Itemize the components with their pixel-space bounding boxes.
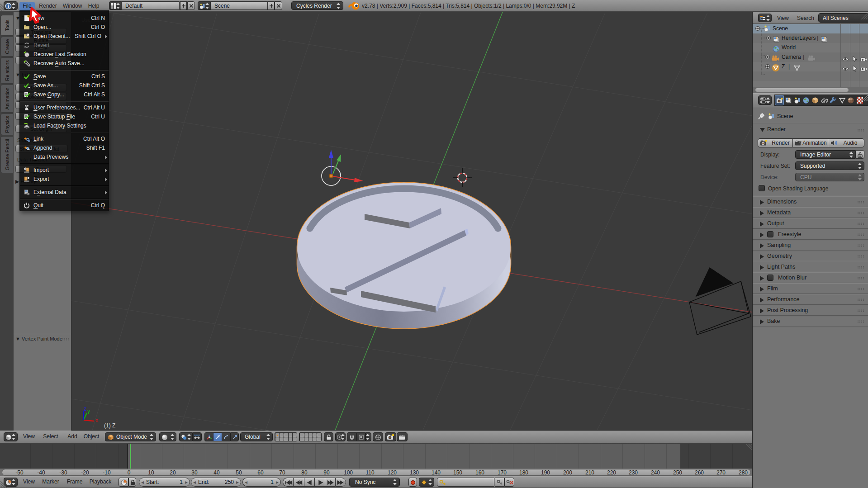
svg-text:(1) Z: (1) Z <box>104 422 115 429</box>
svg-text:x: x <box>95 417 98 423</box>
svg-text:y: y <box>87 408 90 414</box>
svg-text:i: i <box>8 4 9 9</box>
svg-text:z: z <box>84 406 86 412</box>
